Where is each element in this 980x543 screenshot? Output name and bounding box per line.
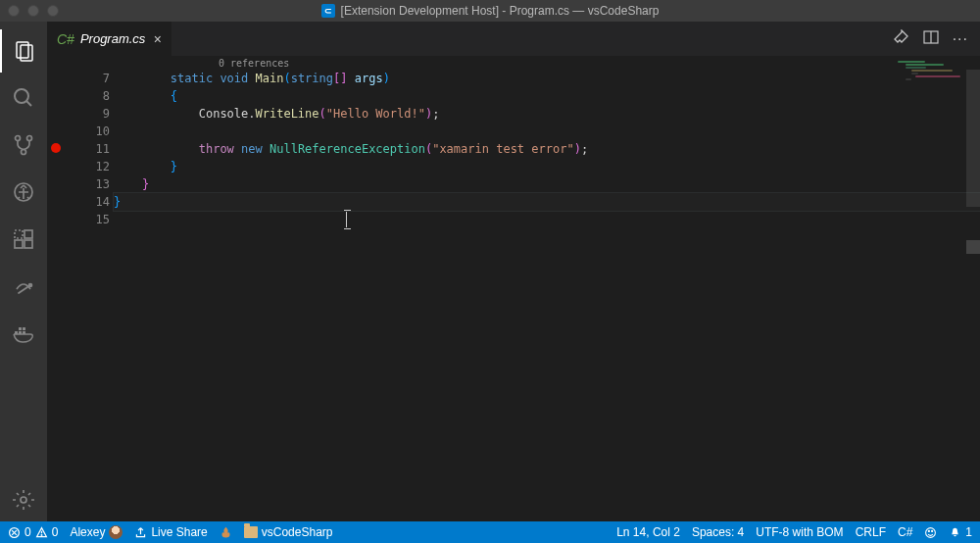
tab-bar: C# Program.cs × ···: [47, 22, 980, 56]
svg-point-28: [932, 530, 933, 531]
line-number: 8: [65, 87, 110, 105]
window-title: ⊂ [Extension Development Host] - Program…: [321, 4, 660, 18]
editor-scrollbar[interactable]: [966, 56, 980, 521]
window-controls: [8, 5, 59, 17]
avatar-icon: [109, 525, 122, 539]
editor-actions: ···: [882, 22, 980, 56]
minimap[interactable]: [898, 60, 966, 109]
svg-line-3: [26, 101, 31, 106]
status-fire-icon[interactable]: [220, 526, 232, 539]
codelens-references[interactable]: 0 references: [219, 58, 289, 69]
docker-icon[interactable]: [0, 312, 47, 355]
status-bar: 0 0 Alexey Live Share vsCodeSharp Ln 14,…: [0, 521, 980, 543]
line-number: 14: [65, 193, 110, 211]
close-window-button[interactable]: [8, 5, 20, 17]
breakpoint-marker[interactable]: [51, 143, 61, 153]
svg-rect-16: [19, 327, 22, 330]
app-icon: ⊂: [321, 4, 335, 18]
svg-rect-9: [15, 240, 23, 248]
status-indentation[interactable]: Spaces: 4: [692, 525, 744, 539]
svg-point-5: [27, 136, 32, 141]
debug-icon[interactable]: [0, 171, 47, 214]
text-cursor: [346, 212, 347, 227]
source-control-icon[interactable]: [0, 123, 47, 167]
titlebar: ⊂ [Extension Development Host] - Program…: [0, 0, 980, 22]
settings-gear-icon[interactable]: [0, 478, 47, 521]
scrollbar-thumb[interactable]: [966, 70, 980, 207]
code-content[interactable]: static void Main(string[] args) { Consol…: [114, 70, 980, 521]
maximize-window-button[interactable]: [47, 5, 59, 17]
status-feedback-icon[interactable]: [924, 526, 937, 539]
status-problems[interactable]: 0 0: [8, 525, 58, 539]
split-editor-icon[interactable]: [923, 29, 939, 48]
more-actions-icon[interactable]: ···: [953, 30, 968, 48]
svg-point-12: [29, 284, 32, 287]
status-eol[interactable]: CRLF: [856, 525, 886, 539]
svg-rect-8: [15, 230, 23, 238]
svg-point-2: [15, 89, 28, 103]
window-title-text: [Extension Development Host] - Program.c…: [341, 4, 660, 18]
status-cursor-position[interactable]: Ln 14, Col 2: [616, 525, 680, 539]
status-project[interactable]: vsCodeSharp: [244, 525, 333, 539]
line-number: 12: [65, 158, 110, 175]
code-editor[interactable]: 0 references 7 8 9 10 11 12 13 14 15 sta…: [47, 56, 980, 521]
line-number-gutter: 7 8 9 10 11 12 13 14 15: [65, 70, 114, 521]
minimize-window-button[interactable]: [27, 5, 39, 17]
folder-icon: [244, 526, 258, 538]
tab-program-cs[interactable]: C# Program.cs ×: [47, 22, 172, 56]
status-language[interactable]: C#: [898, 525, 912, 539]
svg-point-26: [926, 527, 936, 537]
csharp-file-icon: C#: [57, 31, 74, 47]
svg-point-6: [22, 150, 26, 155]
svg-point-4: [16, 136, 21, 141]
status-live-share[interactable]: Live Share: [134, 525, 207, 539]
close-tab-icon[interactable]: ×: [153, 31, 161, 47]
tab-filename: Program.cs: [80, 31, 145, 46]
breakpoint-gutter[interactable]: [47, 70, 65, 521]
explorer-icon[interactable]: [0, 29, 47, 73]
svg-rect-11: [24, 240, 32, 248]
svg-point-27: [929, 530, 930, 531]
svg-point-18: [21, 497, 26, 503]
activity-bar: [0, 22, 47, 521]
line-number: 10: [65, 123, 110, 140]
svg-point-25: [41, 534, 42, 535]
scrollbar-marker[interactable]: [966, 240, 980, 254]
status-notifications[interactable]: 1: [949, 525, 972, 539]
main-area: C# Program.cs × ··· 0 references 7 8 9: [0, 22, 980, 521]
svg-rect-10: [24, 230, 32, 238]
extensions-icon[interactable]: [0, 218, 47, 261]
line-number: 15: [65, 211, 110, 228]
editor-area: C# Program.cs × ··· 0 references 7 8 9: [47, 22, 980, 521]
line-number: 11: [65, 140, 110, 158]
remote-explorer-icon[interactable]: [0, 265, 47, 308]
svg-rect-17: [23, 327, 25, 330]
line-number: 13: [65, 175, 110, 193]
status-encoding[interactable]: UTF-8 with BOM: [756, 525, 843, 539]
search-icon[interactable]: [0, 76, 47, 120]
compare-changes-icon[interactable]: [894, 29, 909, 48]
line-number: 9: [65, 105, 110, 123]
status-user[interactable]: Alexey: [70, 525, 122, 539]
line-number: 7: [65, 70, 110, 87]
